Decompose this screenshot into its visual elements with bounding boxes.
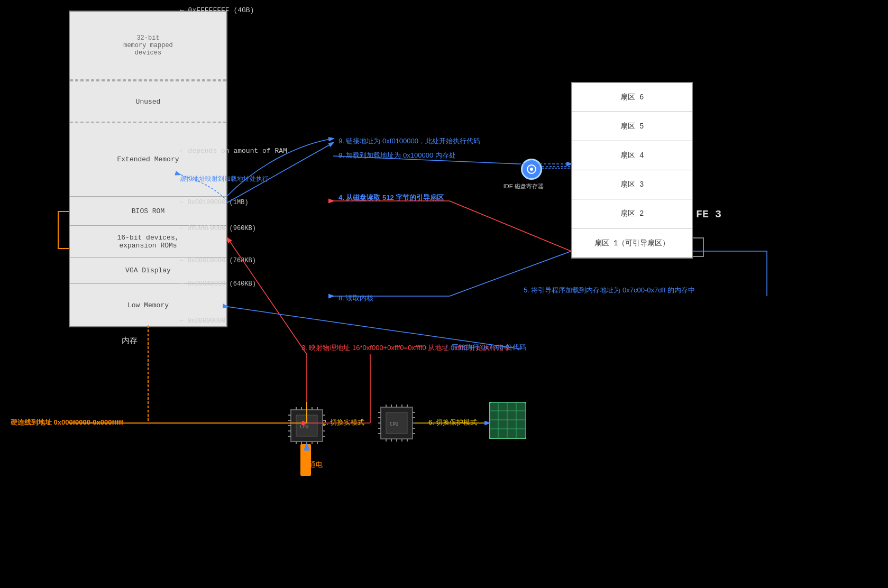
disk-sector-4: 扇区 4 xyxy=(572,141,692,170)
addr-640kb: ← 0x000A0000 (640KB) xyxy=(180,280,256,288)
disk-sector-6: 扇区 6 xyxy=(572,83,692,112)
step8-label: 8. 读取内核 xyxy=(338,293,373,303)
addr-1mb: ← 0x00100000 (1MB) xyxy=(180,199,249,206)
power-connector xyxy=(298,444,314,476)
svg-text:CPU: CPU xyxy=(300,424,308,429)
disk-sector-1: 扇区 1（可引导扇区） xyxy=(572,228,692,258)
svg-point-1 xyxy=(530,168,533,171)
disk-sector-5: 扇区 5 xyxy=(572,112,692,141)
disk-diagram: 扇区 6 扇区 5 扇区 4 扇区 3 扇区 2 扇区 1（可引导扇区） xyxy=(571,82,693,259)
addr-depends: ← depends on amount of RAM xyxy=(180,147,287,155)
memory-title: 内存 xyxy=(122,336,138,346)
mem-section-unused: Unused xyxy=(70,80,226,123)
disk-sector-2: 扇区 2 xyxy=(572,199,692,228)
pm-controller-icon xyxy=(489,402,526,439)
svg-rect-48 xyxy=(489,402,526,439)
ide-icon xyxy=(521,159,542,180)
svg-rect-55 xyxy=(300,444,311,476)
step9b-label: 9. 加载到加载地址为 0x100000 内存处 xyxy=(338,151,456,160)
addr-0: ← 0x00000000 xyxy=(180,317,225,325)
addr-top: ← 0xFFFFFFFF (4GB) xyxy=(180,6,254,14)
hardwired-label: 硬连线到地址 0x000f0000-0x000fffff xyxy=(11,418,123,427)
svg-line-62 xyxy=(450,201,571,251)
step7-label: 7. 开始执行 0x7c00 处代码 xyxy=(444,343,526,352)
svg-text:CPU: CPU xyxy=(390,421,398,427)
step2-label: 2. 切换实模式 xyxy=(323,418,364,427)
addr-960kb: ← 0x000F0000 (960KB) xyxy=(180,225,256,232)
step4-label: 4. 从磁盘读取 512 字节的引导扇区 xyxy=(338,193,444,203)
ide-label: IDE 磁盘寄存器 xyxy=(497,182,550,190)
step5-label: 5. 将引导程序加载到内存地址为 0x7c00-0x7dff 的内存中 xyxy=(524,286,695,295)
protected-cpu-icon: CPU xyxy=(378,405,415,442)
addr-768kb: ← 0x000C0000 (768KB) xyxy=(180,257,256,264)
mem-section-extended: Extended Memory xyxy=(70,123,226,197)
virtual-map-label: 虚拟地址映射到加载地址处执行 xyxy=(180,174,269,183)
disk-sector-3: 扇区 3 xyxy=(572,170,692,199)
fe3-label: FE 3 xyxy=(696,208,721,221)
bios-chip-icon: CPU xyxy=(288,407,325,444)
svg-line-70 xyxy=(227,238,307,354)
mem-section-32bit: 32-bit memory mapped devices xyxy=(70,12,226,80)
step9a-label: 9. 链接地址为 0xf0100000，此处开始执行代码 xyxy=(338,136,480,146)
step6-label: 6. 切换保护模式 xyxy=(428,418,477,427)
